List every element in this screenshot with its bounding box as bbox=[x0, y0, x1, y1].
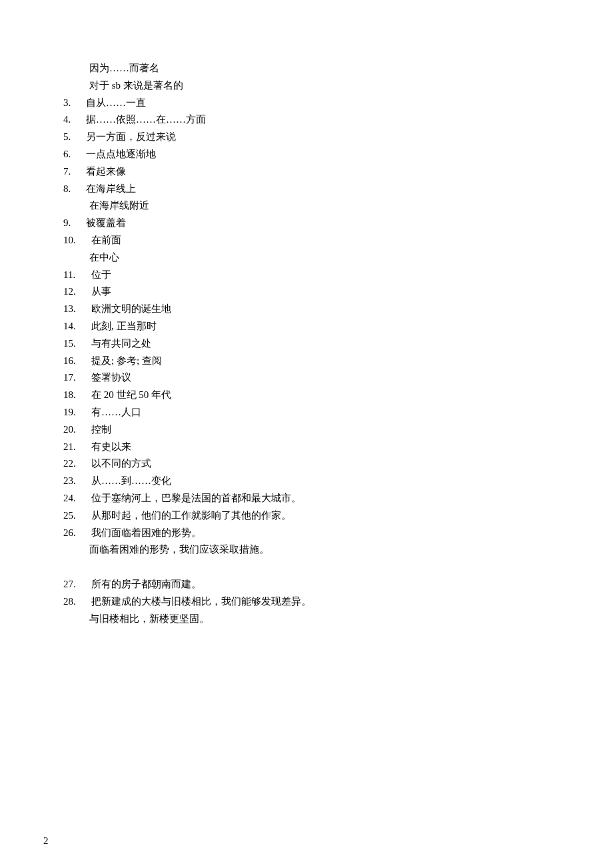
item-number: 19. bbox=[63, 404, 91, 421]
item-text: 我们面临着困难的形势。 bbox=[91, 525, 201, 542]
list-item: 在中心 bbox=[63, 249, 550, 267]
item-text: 位于 bbox=[91, 267, 111, 284]
item-text: 被覆盖着 bbox=[86, 215, 126, 232]
item-text: 在前面 bbox=[91, 232, 121, 249]
page-number: 2 bbox=[43, 835, 49, 847]
item-number: 18. bbox=[63, 387, 91, 404]
list-item: 11.位于 bbox=[63, 267, 550, 284]
list-item: 对于 sb 来说是著名的 bbox=[63, 77, 550, 95]
item-text: 从那时起，他们的工作就影响了其他的作家。 bbox=[91, 507, 291, 525]
list-item: 与旧楼相比，新楼更坚固。 bbox=[63, 611, 550, 628]
item-text: 控制 bbox=[91, 421, 111, 439]
list-item: 3.自从……一直 bbox=[63, 95, 550, 112]
item-number: 20. bbox=[63, 421, 91, 439]
list-item: 12.从事 bbox=[63, 283, 550, 301]
item-text: 与旧楼相比，新楼更坚固。 bbox=[89, 611, 209, 628]
item-text: 从事 bbox=[91, 283, 111, 301]
list-item: 8.在海岸线上 bbox=[63, 181, 550, 198]
list-item: 28.把新建成的大楼与旧楼相比，我们能够发现差异。 bbox=[63, 593, 550, 611]
item-number: 21. bbox=[63, 439, 91, 456]
item-text: 另一方面，反过来说 bbox=[86, 129, 176, 146]
item-number: 10. bbox=[63, 232, 91, 249]
item-text: 签署协议 bbox=[91, 369, 131, 387]
list-item: 10.在前面 bbox=[63, 232, 550, 249]
item-number: 7. bbox=[63, 163, 86, 181]
item-number: 25. bbox=[63, 507, 91, 525]
list-item: 24.位于塞纳河上，巴黎是法国的首都和最大城市。 bbox=[63, 490, 550, 507]
list-item: 17.签署协议 bbox=[63, 369, 550, 387]
item-number: 5. bbox=[63, 129, 86, 146]
item-text: 自从……一直 bbox=[86, 95, 146, 112]
item-text: 一点点地逐渐地 bbox=[86, 146, 156, 163]
item-text: 有……人口 bbox=[91, 404, 141, 421]
list-item: 14.此刻, 正当那时 bbox=[63, 318, 550, 335]
item-number: 14. bbox=[63, 318, 91, 335]
list-item: 19.有……人口 bbox=[63, 404, 550, 421]
list-item: 5.另一方面，反过来说 bbox=[63, 129, 550, 146]
item-text: 在 20 世纪 50 年代 bbox=[91, 387, 171, 404]
list-item: 4.据……依照……在……方面 bbox=[63, 111, 550, 129]
list-item: 23.从……到……变化 bbox=[63, 473, 550, 490]
item-number: 4. bbox=[63, 111, 86, 129]
item-text: 提及; 参考; 查阅 bbox=[91, 353, 162, 370]
item-text: 欧洲文明的诞生地 bbox=[91, 301, 171, 318]
item-number: 16. bbox=[63, 353, 91, 370]
item-number: 9. bbox=[63, 215, 86, 232]
list-item: 20.控制 bbox=[63, 421, 550, 439]
list-item: 7.看起来像 bbox=[63, 163, 550, 181]
item-text: 从……到……变化 bbox=[91, 473, 171, 490]
list-item: 13.欧洲文明的诞生地 bbox=[63, 301, 550, 318]
list-item: 22.以不同的方式 bbox=[63, 455, 550, 473]
item-number: 28. bbox=[63, 593, 91, 611]
list-item: 25.从那时起，他们的工作就影响了其他的作家。 bbox=[63, 507, 550, 525]
list-item: 15.与有共同之处 bbox=[63, 335, 550, 353]
item-text: 因为……而著名 bbox=[89, 60, 159, 77]
list-item: 18.在 20 世纪 50 年代 bbox=[63, 387, 550, 404]
item-text: 据……依照……在……方面 bbox=[86, 111, 206, 129]
item-text: 在海岸线附近 bbox=[89, 197, 149, 215]
item-number: 13. bbox=[63, 301, 91, 318]
item-text: 有史以来 bbox=[91, 439, 131, 456]
item-number: 15. bbox=[63, 335, 91, 353]
list-item: 6.一点点地逐渐地 bbox=[63, 146, 550, 163]
item-number: 3. bbox=[63, 95, 86, 112]
item-number: 27. bbox=[63, 576, 91, 593]
item-text: 所有的房子都朝南而建。 bbox=[91, 576, 201, 593]
list-item: 因为……而著名 bbox=[63, 60, 550, 77]
item-number: 11. bbox=[63, 267, 91, 284]
item-text: 以不同的方式 bbox=[91, 455, 151, 473]
list-item: 在海岸线附近 bbox=[63, 197, 550, 215]
item-number: 12. bbox=[63, 283, 91, 301]
item-number: 6. bbox=[63, 146, 86, 163]
item-number: 8. bbox=[63, 181, 86, 198]
item-text: 对于 sb 来说是著名的 bbox=[89, 77, 183, 95]
list-item: 26.我们面临着困难的形势。 bbox=[63, 525, 550, 542]
item-text: 此刻, 正当那时 bbox=[91, 318, 157, 335]
item-number: 22. bbox=[63, 455, 91, 473]
item-text: 位于塞纳河上，巴黎是法国的首都和最大城市。 bbox=[91, 490, 301, 507]
list-item: 16.提及; 参考; 查阅 bbox=[63, 353, 550, 370]
item-number: 24. bbox=[63, 490, 91, 507]
list-item: 9.被覆盖着 bbox=[63, 215, 550, 232]
item-number: 17. bbox=[63, 369, 91, 387]
item-text: 在海岸线上 bbox=[86, 181, 136, 198]
document-content: 因为……而著名对于 sb 来说是著名的3.自从……一直4.据……依照……在……方… bbox=[63, 60, 550, 628]
list-item: 27.所有的房子都朝南而建。 bbox=[63, 576, 550, 593]
item-number: 26. bbox=[63, 525, 91, 542]
item-text: 把新建成的大楼与旧楼相比，我们能够发现差异。 bbox=[91, 593, 311, 611]
list-item: 21.有史以来 bbox=[63, 439, 550, 456]
item-text: 在中心 bbox=[89, 249, 119, 267]
blank-line bbox=[63, 559, 550, 576]
item-text: 面临着困难的形势，我们应该采取措施。 bbox=[89, 541, 269, 559]
item-text: 看起来像 bbox=[86, 163, 126, 181]
item-number: 23. bbox=[63, 473, 91, 490]
item-text: 与有共同之处 bbox=[91, 335, 151, 353]
list-item: 面临着困难的形势，我们应该采取措施。 bbox=[63, 541, 550, 559]
